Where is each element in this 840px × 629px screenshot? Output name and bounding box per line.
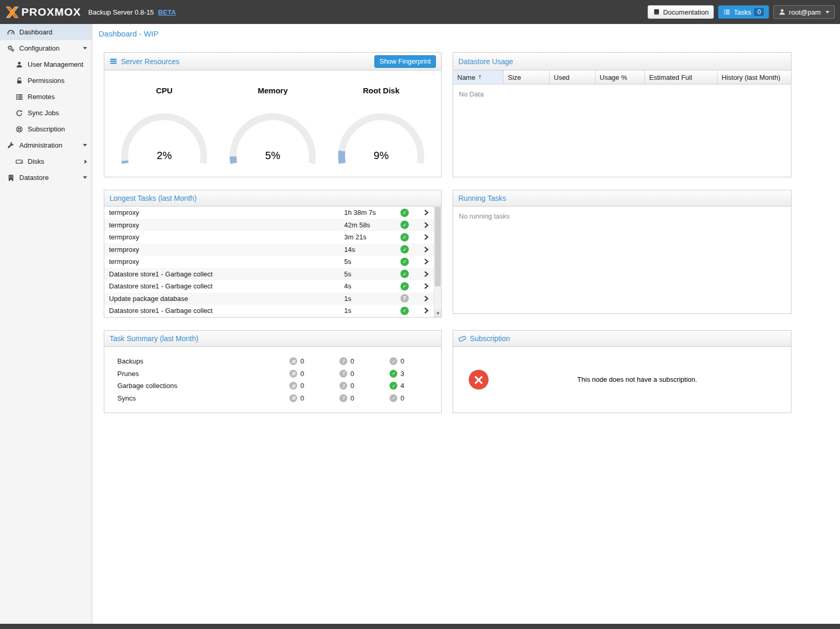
sidebar-item-sync-jobs[interactable]: Sync Jobs	[0, 105, 92, 121]
error-icon	[289, 370, 297, 378]
gauge-value: 9%	[334, 150, 428, 162]
warning-icon	[339, 357, 347, 365]
task-row[interactable]: termproxy 3m 21s	[104, 231, 434, 244]
sidebar-item-label: Datastore	[19, 174, 48, 182]
building-icon	[7, 174, 15, 182]
topbar: PROXMOX Backup Server 0.8-15 BETA Docume…	[0, 0, 840, 24]
subscription-header: Subscription	[453, 331, 791, 347]
server-resources-header: Server Resources Show Fingerprint	[104, 53, 441, 70]
user-icon	[778, 8, 786, 16]
user-menu-button[interactable]: root@pam	[773, 5, 835, 19]
panel-title: Datastore Usage	[458, 57, 513, 66]
subscription-body: × This node does not have a subscription…	[453, 347, 791, 412]
status-ok-icon	[400, 209, 409, 217]
sidebar-item-remotes[interactable]: Remotes	[0, 89, 92, 105]
sidebar-item-label: Disks	[28, 158, 44, 165]
task-row[interactable]: Datastore store1 - Garbage collect 1s	[104, 305, 434, 317]
bottom-bar	[0, 624, 840, 629]
server-icon	[109, 57, 117, 65]
tasks-button[interactable]: Tasks 0	[718, 5, 769, 19]
scrollbar[interactable]	[434, 207, 441, 317]
warning-icon	[339, 370, 347, 378]
sidebar-item-datastore[interactable]: Datastore	[0, 170, 92, 186]
subscription-panel: Subscription × This node does not have a…	[453, 330, 792, 413]
sidebar-item-user-management[interactable]: User Management	[0, 56, 92, 72]
column-header-history[interactable]: History (last Month)	[717, 70, 791, 84]
summary-row: Garbage collections 0 0 4	[104, 380, 441, 392]
lifering-icon	[15, 125, 23, 133]
column-header-usage-pct[interactable]: Usage %	[595, 70, 645, 84]
longest-tasks-list: termproxy 1h 38m 7s termproxy 42m 58s	[104, 207, 441, 317]
user-icon	[15, 61, 23, 68]
sidebar: Dashboard Configuration	[0, 24, 92, 624]
chevron-right-icon[interactable]	[418, 222, 434, 228]
task-summary-panel: Task Summary (last Month) Backups 0 0 0 …	[104, 330, 442, 413]
hdd-icon	[15, 158, 23, 165]
sidebar-item-label: Dashboard	[19, 28, 53, 36]
sort-ascending-icon: ↑	[478, 74, 482, 81]
column-header-used[interactable]: Used	[550, 70, 595, 84]
error-icon	[289, 357, 297, 365]
task-row[interactable]: termproxy 5s	[104, 256, 434, 268]
chevron-right-icon	[84, 160, 87, 164]
wrench-icon	[7, 141, 15, 149]
chevron-right-icon[interactable]	[418, 283, 434, 289]
cpu-gauge: CPU 2%	[116, 86, 212, 165]
column-header-estimated-full[interactable]: Estimated Full	[645, 70, 717, 84]
chevron-right-icon[interactable]	[418, 258, 434, 265]
column-header-size[interactable]: Size	[504, 70, 550, 84]
gauges: CPU 2% Memory	[104, 70, 441, 165]
gauge-title: CPU	[156, 86, 173, 95]
task-row[interactable]: Datastore store1 - Garbage collect 5s	[104, 268, 434, 281]
brand-text: PROXMOX	[21, 6, 81, 18]
arrow-down-icon	[436, 312, 440, 314]
task-row[interactable]: termproxy 14s	[104, 244, 434, 256]
datastore-usage-header: Datastore Usage	[453, 53, 791, 70]
chevron-right-icon[interactable]	[418, 271, 434, 277]
sidebar-item-label: Sync Jobs	[28, 109, 59, 117]
root-disk-gauge: Root Disk 9%	[333, 86, 429, 165]
task-row[interactable]: termproxy 1h 38m 7s	[104, 207, 434, 219]
sidebar-item-label: Remotes	[28, 93, 55, 101]
remotes-icon	[15, 93, 23, 101]
sidebar-item-dashboard[interactable]: Dashboard	[0, 24, 92, 40]
beta-link[interactable]: BETA	[158, 8, 176, 16]
ticket-icon	[458, 335, 466, 343]
column-header-name[interactable]: Name ↑	[453, 70, 504, 84]
status-ok-icon	[400, 282, 409, 291]
ok-icon	[389, 382, 397, 390]
sidebar-item-disks[interactable]: Disks	[0, 153, 92, 170]
chevron-right-icon[interactable]	[418, 307, 434, 314]
chevron-down-icon	[83, 47, 87, 50]
task-row[interactable]: Update package database 1s	[104, 293, 434, 305]
topbar-actions: Documentation Tasks 0 root@pam	[648, 5, 835, 19]
chevron-down-icon	[825, 11, 830, 14]
sidebar-item-administration[interactable]: Administration	[0, 137, 92, 153]
sidebar-item-configuration[interactable]: Configuration	[0, 40, 92, 56]
show-fingerprint-button[interactable]: Show Fingerprint	[374, 55, 436, 68]
panel-title: Subscription	[470, 334, 510, 343]
sidebar-item-subscription[interactable]: Subscription	[0, 121, 92, 137]
chevron-down-icon	[83, 144, 87, 147]
task-row[interactable]: Datastore store1 - Garbage collect 4s	[104, 280, 434, 293]
scroll-down-button[interactable]	[434, 310, 441, 317]
panel-title: Running Tasks	[458, 194, 506, 202]
documentation-button[interactable]: Documentation	[648, 5, 714, 19]
sidebar-item-permissions[interactable]: Permissions	[0, 72, 92, 89]
scrollbar-thumb[interactable]	[435, 207, 441, 286]
content-area: Dashboard - WIP Server Resources Show Fi…	[92, 24, 840, 624]
chevron-right-icon[interactable]	[418, 234, 434, 240]
chevron-right-icon[interactable]	[418, 295, 434, 302]
task-list-icon	[723, 8, 731, 16]
app-window: PROXMOX Backup Server 0.8-15 BETA Docume…	[0, 0, 840, 629]
chevron-right-icon[interactable]	[418, 209, 434, 216]
error-icon	[289, 382, 297, 390]
no-running-tasks-text: No running tasks	[453, 207, 791, 226]
gears-icon	[7, 44, 15, 52]
running-tasks-panel: Running Tasks No running tasks	[453, 190, 792, 314]
task-summary-body: Backups 0 0 0 Prunes 0 0 3 Garbage c	[104, 347, 441, 404]
task-row[interactable]: termproxy 42m 58s	[104, 219, 434, 232]
gauge-title: Root Disk	[363, 86, 399, 95]
tachometer-icon	[7, 28, 15, 36]
chevron-right-icon[interactable]	[418, 246, 434, 253]
